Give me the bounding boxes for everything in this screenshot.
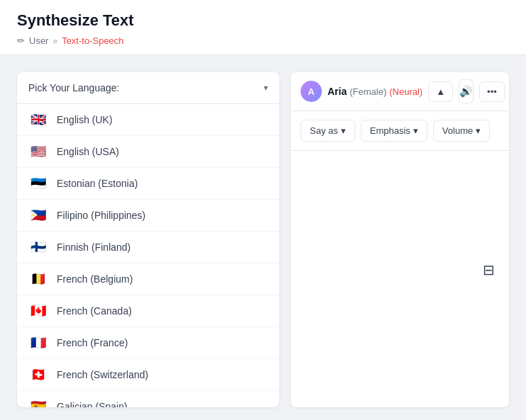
language-name: French (Canada) bbox=[57, 305, 132, 317]
language-item[interactable]: 🇬🇧English (UK) bbox=[17, 104, 279, 136]
toolbar-row: Say as ▾ Emphasis ▾ Volume ▾ bbox=[291, 111, 509, 151]
flag-icon: 🇨🇭 bbox=[28, 368, 48, 382]
content-area: ⊟ bbox=[291, 151, 509, 293]
flag-icon: 🇧🇪 bbox=[28, 272, 48, 286]
language-name: French (France) bbox=[57, 337, 128, 348]
voice-gender: (Female) bbox=[349, 86, 386, 97]
language-panel: Pick Your Language: ▾ 🇬🇧English (UK)🇺🇸En… bbox=[17, 72, 279, 407]
flag-icon: 🇫🇮 bbox=[28, 240, 48, 254]
play-button[interactable]: 🔊 bbox=[459, 79, 474, 103]
say-as-label: Say as bbox=[310, 125, 338, 136]
language-name: Finnish (Finland) bbox=[57, 242, 130, 253]
flag-icon: 🇪🇪 bbox=[28, 176, 48, 191]
language-name: English (USA) bbox=[57, 146, 119, 157]
language-name: English (UK) bbox=[57, 114, 113, 125]
page-title: Synthesize Text bbox=[17, 11, 509, 30]
breadcrumb-icon: ✏ bbox=[17, 35, 25, 46]
emphasis-chevron: ▾ bbox=[413, 125, 418, 136]
flag-icon: 🇺🇸 bbox=[28, 144, 48, 159]
language-item[interactable]: 🇧🇪French (Belgium) bbox=[17, 263, 279, 295]
voice-name-container: Aria (Female) (Neural) bbox=[328, 86, 423, 97]
voice-name: Aria bbox=[328, 86, 347, 97]
voice-selector-bar: A Aria (Female) (Neural) ▲ 🔊 ••• bbox=[291, 72, 509, 111]
dots-icon: ••• bbox=[487, 86, 497, 97]
breadcrumb-tts[interactable]: Text-to-Speech bbox=[62, 35, 123, 46]
chevron-up-icon: ▲ bbox=[436, 86, 445, 97]
avatar: A bbox=[301, 81, 322, 102]
flag-icon: 🇵🇭 bbox=[28, 208, 48, 222]
breadcrumb: ✏ User » Text-to-Speech bbox=[17, 35, 509, 55]
language-list: 🇬🇧English (UK)🇺🇸English (USA)🇪🇪Estonian … bbox=[17, 104, 279, 407]
more-button[interactable]: ••• bbox=[479, 81, 505, 102]
language-item[interactable]: 🇨🇭French (Switzerland) bbox=[17, 359, 279, 391]
language-name: French (Belgium) bbox=[57, 273, 133, 285]
language-item[interactable]: 🇪🇸Galician (Spain) bbox=[17, 391, 279, 407]
breadcrumb-user[interactable]: User bbox=[29, 35, 48, 46]
language-name: Filipino (Philippines) bbox=[57, 210, 145, 221]
language-dropdown-header[interactable]: Pick Your Language: ▾ bbox=[17, 72, 279, 104]
flag-icon: 🇫🇷 bbox=[28, 336, 48, 350]
volume-chevron: ▾ bbox=[476, 125, 481, 136]
speaker-icon: 🔊 bbox=[459, 85, 473, 98]
emphasis-button[interactable]: Emphasis ▾ bbox=[361, 120, 427, 142]
volume-button[interactable]: Volume ▾ bbox=[433, 120, 490, 142]
stack-icon: ⊟ bbox=[483, 261, 495, 278]
language-item[interactable]: 🇪🇪Estonian (Estonia) bbox=[17, 168, 279, 200]
language-name: Estonian (Estonia) bbox=[57, 178, 138, 189]
voice-selector-button[interactable]: ▲ bbox=[428, 81, 453, 102]
say-as-button[interactable]: Say as ▾ bbox=[301, 120, 355, 142]
page-header: Synthesize Text ✏ User » Text-to-Speech bbox=[0, 0, 526, 55]
language-item[interactable]: 🇨🇦French (Canada) bbox=[17, 295, 279, 327]
language-name: French (Switzerland) bbox=[57, 369, 148, 380]
flag-icon: 🇨🇦 bbox=[28, 304, 48, 318]
language-name: Galician (Spain) bbox=[57, 401, 128, 407]
flag-icon: 🇬🇧 bbox=[28, 113, 48, 127]
language-label: Pick Your Language: bbox=[28, 82, 119, 93]
say-as-chevron: ▾ bbox=[341, 125, 346, 136]
emphasis-label: Emphasis bbox=[370, 125, 410, 136]
volume-label: Volume bbox=[442, 125, 473, 136]
main-content: Pick Your Language: ▾ 🇬🇧English (UK)🇺🇸En… bbox=[0, 55, 526, 420]
language-item[interactable]: 🇵🇭Filipino (Philippines) bbox=[17, 200, 279, 232]
language-item[interactable]: 🇫🇮Finnish (Finland) bbox=[17, 232, 279, 263]
chevron-down-icon: ▾ bbox=[264, 83, 268, 93]
right-panel: A Aria (Female) (Neural) ▲ 🔊 ••• Say as … bbox=[291, 72, 509, 407]
breadcrumb-separator: » bbox=[52, 36, 57, 46]
voice-type: (Neural) bbox=[389, 86, 423, 97]
language-item[interactable]: 🇫🇷French (France) bbox=[17, 327, 279, 359]
language-item[interactable]: 🇺🇸English (USA) bbox=[17, 136, 279, 168]
flag-icon: 🇪🇸 bbox=[28, 399, 48, 407]
